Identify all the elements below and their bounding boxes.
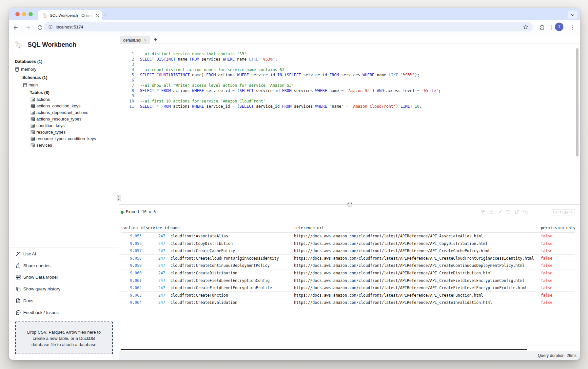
- cell-reference-url: https://docs.aws.amazon.com/cloudfront/l…: [294, 232, 483, 240]
- schemas-label[interactable]: Schemas (1): [22, 75, 48, 80]
- sidebar-table-resource_types_condition_keys[interactable]: resource_types_condition_keys: [36, 136, 96, 141]
- share-icon: [15, 263, 21, 268]
- table-row[interactable]: 9.056247cloudfront:CopyDistributionhttps…: [119, 240, 575, 248]
- panel-resize-handle[interactable]: [347, 202, 352, 207]
- editor-tab-close-icon[interactable]: [144, 38, 147, 42]
- results-horizontal-scrollbar[interactable]: [121, 349, 527, 350]
- column-header-reference_url[interactable]: reference_url: [294, 226, 324, 230]
- column-header-action_id[interactable]: action_id: [124, 226, 145, 230]
- dropzone-line: Drop CSV, Parquet, Arrow files here to: [16, 329, 112, 335]
- cell-permission-only: false: [541, 299, 552, 306]
- sidebar-table-condition_keys[interactable]: condition_keys: [36, 123, 65, 128]
- editor-scrollbar[interactable]: [576, 48, 578, 157]
- data-model-icon: [15, 274, 21, 280]
- table-icon: [30, 97, 35, 102]
- sidebar-table-actions_dependant_actions[interactable]: actions_dependant_actions: [36, 110, 88, 115]
- tab-close-icon[interactable]: [95, 13, 100, 18]
- status-dot: [121, 211, 124, 214]
- column-header-service_id[interactable]: service_id: [146, 226, 169, 230]
- line-number: 7: [119, 83, 134, 88]
- cell-name: cloudfront:AssociateAlias: [170, 232, 228, 240]
- menu-item-use-ai[interactable]: Use AI: [23, 251, 36, 256]
- table-row[interactable]: 9.060247cloudfront:CreateDistributionhtt…: [119, 269, 575, 277]
- menu-item-docs[interactable]: Docs: [23, 298, 33, 303]
- sidebar-table-resource_types[interactable]: resource_types: [36, 130, 66, 135]
- cell-action-id: 9.063: [124, 292, 142, 299]
- cell-action-id: 9.057: [124, 247, 142, 255]
- cell-reference-url: https://docs.aws.amazon.com/cloudfront/l…: [294, 277, 525, 285]
- toolbar-separator: [551, 25, 552, 30]
- browser-toolbar: localhost:5174 T: [9, 20, 580, 35]
- table-row[interactable]: 9.064247cloudfront:CreateInvalidationhtt…: [119, 299, 575, 306]
- traffic-light-minimize[interactable]: [22, 12, 26, 16]
- menu-item-show-query-history[interactable]: Show query history: [23, 286, 60, 291]
- cell-permission-only: false: [541, 284, 552, 292]
- cell-name: cloudfront:CreateFieldLevelEncryptionCon…: [170, 277, 270, 285]
- file-dropzone[interactable]: Drop CSV, Parquet, Arrow files here to c…: [15, 322, 113, 354]
- table-row[interactable]: 9.062247cloudfront:CreateFieldLevelEncry…: [119, 284, 575, 292]
- sidebar-table-actions_resource_types[interactable]: actions_resource_types: [36, 117, 81, 121]
- code-line-7: --ai show all 'Write' access level actio…: [140, 83, 294, 88]
- code-line-4: --ai count distinct action names for ser…: [140, 67, 284, 72]
- wand-sparkle-icon[interactable]: [498, 210, 502, 214]
- undo-icon[interactable]: [506, 210, 511, 214]
- database-name[interactable]: memory: [21, 67, 36, 72]
- sidebar-table-actions_condition_keys[interactable]: actions_condition_keys: [36, 103, 80, 108]
- tab-search-button[interactable]: [568, 10, 578, 19]
- address-bar[interactable]: localhost:5174: [44, 22, 533, 31]
- traffic-light-close[interactable]: [15, 12, 20, 16]
- goose-logo-icon: [14, 40, 23, 49]
- cell-service-id: 247: [146, 299, 165, 306]
- tables-label[interactable]: Tables (8): [30, 90, 49, 95]
- cell-action-id: 9.056: [124, 240, 142, 248]
- reload-icon[interactable]: [37, 25, 43, 30]
- copy-icon[interactable]: [523, 210, 528, 214]
- cell-service-id: 247: [146, 277, 165, 285]
- cell-reference-url: https://docs.aws.amazon.com/cloudfront/l…: [294, 269, 492, 277]
- traffic-light-zoom[interactable]: [29, 12, 33, 16]
- lock-icon[interactable]: [489, 210, 494, 214]
- line-number: 6: [119, 78, 134, 83]
- forward-icon[interactable]: [25, 25, 31, 30]
- cell-reference-url: https://docs.aws.amazon.com/cloudfront/l…: [294, 247, 490, 255]
- extensions-icon[interactable]: [539, 25, 545, 30]
- cell-permission-only: false: [541, 269, 552, 277]
- browser-tab[interactable]: SQL Workbench - Online Data: [38, 10, 102, 20]
- profile-avatar[interactable]: T: [555, 23, 563, 31]
- table-row[interactable]: 9.061247cloudfront:CreateFieldLevelEncry…: [119, 277, 575, 285]
- export-button[interactable]: Export: [126, 210, 140, 214]
- editor-new-tab-icon[interactable]: [153, 37, 160, 44]
- sidebar-table-services[interactable]: services: [36, 143, 52, 148]
- browser-tabstrip: SQL Workbench - Online Data: [9, 8, 580, 20]
- code-line-10: --ai first 10 actions for service 'Amazo…: [140, 99, 265, 104]
- external-link-icon[interactable]: [515, 210, 519, 214]
- url-text[interactable]: localhost:5174: [56, 25, 83, 29]
- menu-item-feedback-issues[interactable]: Feedback / Issues: [23, 310, 59, 315]
- cell-permission-only: false: [541, 292, 552, 299]
- table-row[interactable]: 9.057247cloudfront:CreateCachePolicyhttp…: [119, 247, 575, 255]
- bookmark-star-icon[interactable]: [523, 24, 528, 29]
- table-row[interactable]: 9.063247cloudfront:CreateFunctionhttps:/…: [119, 292, 575, 299]
- browser-menu-icon[interactable]: [569, 25, 575, 30]
- databases-label[interactable]: Databases (1): [15, 59, 43, 64]
- column-header-name[interactable]: name: [170, 226, 180, 230]
- back-icon[interactable]: [13, 25, 19, 30]
- sidebar-table-actions[interactable]: actions: [36, 97, 50, 102]
- cell-permission-only: false: [541, 255, 552, 262]
- menu-item-share-queries[interactable]: Share queries: [23, 263, 50, 268]
- table-row[interactable]: 9.058247cloudfront:CreateCloudFrontOrigi…: [119, 255, 575, 262]
- line-number: 1: [119, 51, 134, 57]
- table-row[interactable]: 9.059247cloudfront:CreateContinuousDeplo…: [119, 262, 575, 269]
- schema-name[interactable]: main: [29, 83, 38, 87]
- column-header-permission_only[interactable]: permission_only: [541, 226, 575, 230]
- paint-roller-icon[interactable]: [480, 210, 485, 214]
- sidebar-resize-handle[interactable]: [117, 195, 121, 201]
- sql-editor[interactable]: 1--ai distinct service names that contai…: [119, 44, 580, 204]
- info-icon[interactable]: [48, 25, 53, 29]
- configure-button[interactable]: Configure: [551, 209, 575, 215]
- table-row[interactable]: 9.055247cloudfront:AssociateAliashttps:/…: [119, 232, 575, 240]
- cell-action-id: 9.055: [124, 232, 142, 240]
- editor-tab-default-sql[interactable]: default.sql: [120, 36, 150, 44]
- menu-item-show-data-model[interactable]: Show Data Model: [23, 275, 58, 280]
- new-tab-button[interactable]: [101, 10, 109, 19]
